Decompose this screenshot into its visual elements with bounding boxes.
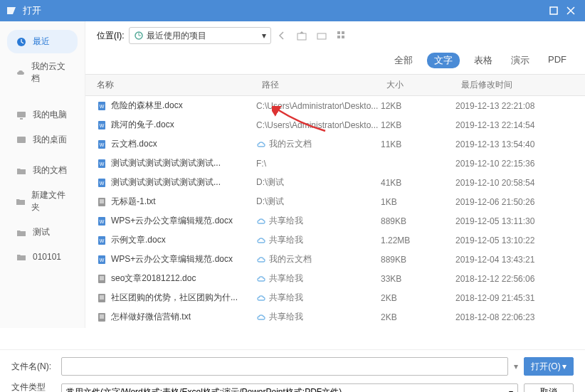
svg-text:W: W (100, 219, 105, 224)
docx-icon: W (97, 178, 107, 188)
sidebar-item-label: 测试 (33, 226, 50, 238)
file-row[interactable]: W危险的森林里.docxC:\Users\Administrator\Deskt… (85, 96, 585, 115)
filter-tab-3[interactable]: 演示 (507, 53, 534, 68)
svg-rect-6 (297, 33, 306, 40)
folder-icon (16, 196, 26, 207)
location-value: 最近使用的项目 (147, 30, 262, 42)
file-name: seo文章20181212.doc (111, 272, 196, 285)
file-name: 无标题-1.txt (111, 196, 156, 208)
docx-icon: W (97, 101, 107, 111)
sidebar-item-6[interactable]: 测试 (7, 221, 78, 244)
docx-icon: W (97, 255, 107, 265)
monitor-icon (16, 110, 27, 121)
maximize-button[interactable] (545, 2, 562, 19)
up-icon[interactable] (295, 29, 308, 42)
file-size: 12KB (381, 101, 455, 111)
filter-tab-2[interactable]: 表格 (470, 53, 497, 68)
back-icon[interactable] (275, 29, 288, 42)
svg-rect-29 (98, 275, 105, 283)
filename-input[interactable] (61, 357, 508, 376)
file-row[interactable]: seo文章20181212.doc共享给我33KB2018-12-12 22:5… (85, 269, 585, 288)
file-date: 2018-12-09 21:45:31 (455, 293, 585, 303)
svg-text:W: W (100, 238, 105, 243)
file-row[interactable]: 怎样做好微信营销.txt共享给我2KB2018-12-08 22:06:23 (85, 307, 585, 327)
filter-tab-4[interactable]: PDF (544, 53, 571, 68)
file-path: 共享给我 (269, 272, 303, 285)
svg-text:W: W (100, 181, 105, 186)
cloud-icon (16, 67, 26, 78)
desktop-icon (16, 134, 27, 146)
svg-rect-2 (17, 112, 26, 117)
svg-rect-0 (550, 7, 557, 14)
location-label: 位置(I): (97, 30, 125, 42)
file-row[interactable]: 无标题-1.txtD:\测试1KB2019-12-06 21:50:26 (85, 192, 585, 211)
svg-rect-7 (317, 33, 326, 39)
file-row[interactable]: W测试测试测试测试测试测试...D:\测试41KB2019-12-10 20:5… (85, 173, 585, 192)
file-name: 测试测试测试测试测试测试... (111, 176, 221, 189)
file-path: 共享给我 (269, 292, 303, 304)
location-combo[interactable]: 最近使用的项目 ▾ (129, 27, 271, 44)
file-date: 2019-12-05 13:11:30 (455, 216, 585, 226)
file-name: 跳河的兔子.docx (111, 119, 174, 131)
cancel-button[interactable]: 取消 (524, 383, 574, 393)
close-button[interactable] (562, 2, 579, 19)
txt-icon (97, 274, 107, 284)
file-row[interactable]: W测试测试测试测试测试测试...F:\2019-12-10 22:15:36 (85, 154, 585, 173)
col-path-header[interactable]: 路径 (256, 75, 381, 95)
filetype-select[interactable]: 常用文件(文字/Word格式;表格/Excel格式;演示/PowerPoint格… (61, 383, 518, 393)
window-title: 打开 (23, 4, 545, 17)
svg-rect-11 (342, 36, 344, 38)
sidebar-item-1[interactable]: 我的云文档 (7, 55, 78, 90)
file-path: 我的云文档 (269, 253, 312, 265)
file-name: WPS+云办公文章编辑规范.docx (111, 253, 233, 265)
view-icon[interactable] (335, 29, 348, 42)
file-row[interactable]: 社区团购的优势，社区团购为什...共享给我2KB2018-12-09 21:45… (85, 288, 585, 307)
chevron-down-icon[interactable]: ▾ (514, 361, 518, 371)
file-size: 1KB (381, 197, 455, 207)
file-size: 1.22MB (381, 235, 455, 245)
sidebar-item-4[interactable]: 我的文档 (7, 159, 78, 182)
svg-rect-9 (342, 31, 344, 34)
cloud-icon (256, 235, 266, 245)
sidebar-item-2[interactable]: 我的电脑 (7, 103, 78, 127)
folder-icon (16, 251, 27, 263)
col-size-header[interactable]: 大小 (381, 75, 455, 95)
sidebar-item-0[interactable]: 最近 (7, 30, 78, 53)
docx-icon: W (97, 120, 107, 130)
col-date-header[interactable]: 最后修改时间 (455, 75, 585, 95)
app-logo-icon (6, 5, 17, 16)
file-row[interactable]: W示例文章.docx共享给我1.22MB2019-12-05 13:10:22 (85, 231, 585, 250)
newfolder-icon[interactable] (315, 29, 328, 42)
cloud-icon (256, 216, 266, 226)
col-name-header[interactable]: 名称 (85, 75, 256, 95)
file-name: 测试测试测试测试测试测试... (111, 157, 221, 169)
docx-icon: W (97, 235, 107, 245)
sidebar-item-5[interactable]: 新建文件夹 (7, 184, 78, 219)
open-button[interactable]: 打开(O)▾ (524, 357, 574, 376)
sidebar-item-label: 我的云文档 (31, 60, 69, 85)
sidebar-item-label: 我的电脑 (33, 109, 67, 121)
chevron-down-icon: ▾ (509, 388, 513, 393)
svg-text:W: W (100, 142, 105, 147)
sidebar-item-label: 010101 (33, 252, 61, 262)
file-path: C:\Users\Administrator\Deskto... (256, 101, 378, 111)
docx-icon: W (97, 216, 107, 226)
sidebar-item-7[interactable]: 010101 (7, 245, 78, 268)
filter-tab-0[interactable]: 全部 (390, 53, 417, 68)
file-row[interactable]: W跳河的兔子.docxC:\Users\Administrator\Deskto… (85, 115, 585, 134)
file-path: D:\测试 (256, 176, 284, 189)
svg-text:W: W (100, 161, 105, 166)
file-path: C:\Users\Administrator\Deskto... (256, 120, 378, 130)
file-row[interactable]: W云文档.docx我的云文档11KB2019-12-13 13:54:40 (85, 134, 585, 154)
file-date: 2019-12-10 20:58:54 (455, 178, 585, 188)
file-path: F:\ (256, 159, 266, 169)
cloud-icon (256, 139, 266, 149)
docx-icon: W (97, 139, 107, 149)
docx-icon: W (97, 159, 107, 169)
file-row[interactable]: WWPS+云办公文章编辑规范.docx共享给我889KB2019-12-05 1… (85, 211, 585, 231)
filter-tab-1[interactable]: 文字 (427, 53, 460, 68)
cloud-icon (256, 293, 266, 303)
file-row[interactable]: WWPS+云办公文章编辑规范.docx我的云文档889KB2019-12-04 … (85, 250, 585, 269)
sidebar-item-3[interactable]: 我的桌面 (7, 128, 78, 152)
titlebar: 打开 (0, 0, 585, 21)
